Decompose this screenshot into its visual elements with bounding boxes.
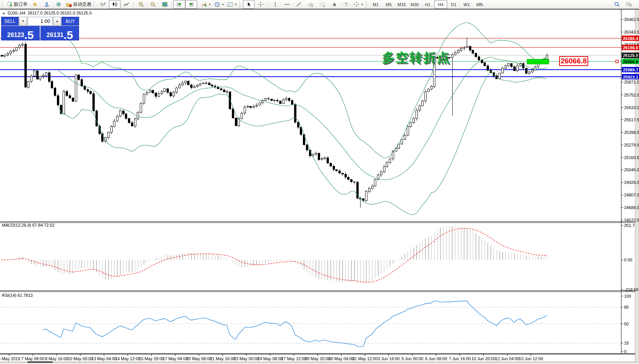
crosshair-button[interactable] — [255, 0, 267, 9]
add-indicator-button[interactable]: ▼ — [200, 0, 213, 9]
candle-body — [273, 100, 275, 101]
signals-button[interactable] — [53, 0, 65, 9]
macd-signal-line — [2, 229, 547, 282]
candle-body — [51, 82, 53, 88]
toolbar-grip — [239, 1, 241, 8]
chart-window[interactable]: 26462.526343.526224.526105.525986.525871… — [0, 10, 639, 363]
candle-body — [113, 121, 115, 127]
autotrading-button[interactable]: 自动交易 — [65, 0, 93, 9]
zoom-in-button[interactable] — [135, 0, 147, 9]
zoom-out-button[interactable] — [147, 0, 159, 9]
bar-chart-button[interactable] — [97, 0, 109, 9]
callout-anchor-square[interactable] — [616, 60, 618, 63]
templates-button[interactable]: ▼ — [226, 0, 239, 9]
price-chart[interactable]: 26462.526343.526224.526105.525986.525871… — [0, 10, 639, 363]
candle-body — [383, 166, 385, 172]
price-level-label: 26285.4 — [623, 36, 639, 41]
candle-body — [291, 101, 293, 105]
cursor-button[interactable] — [243, 0, 255, 9]
timeframe-button-W1[interactable]: W1 — [460, 0, 473, 9]
timeframe-button-M15[interactable]: M15 — [395, 0, 408, 9]
candle-body — [511, 64, 513, 66]
bar-chart-icon — [100, 2, 106, 7]
market-button[interactable] — [29, 0, 41, 9]
timeframe-button-MN[interactable]: MN — [473, 0, 486, 9]
periods-button[interactable]: ▼ — [213, 0, 226, 9]
new-order-icon — [7, 2, 13, 7]
toolbar-grip — [366, 1, 368, 8]
trendline-button[interactable] — [293, 0, 305, 9]
price-level-label: 26198.6 — [623, 45, 638, 50]
candle-body — [341, 173, 343, 174]
bottom-scrollbar-thumb[interactable] — [28, 361, 53, 363]
text-label-button[interactable]: T — [340, 0, 352, 9]
candle-body — [531, 70, 533, 72]
candle-body — [422, 101, 424, 106]
buy-price-tile[interactable]: 26131 .5 — [40, 26, 79, 40]
search-button[interactable] — [611, 0, 623, 9]
candle-body — [380, 172, 382, 175]
candle-body — [244, 107, 246, 113]
timeframe-button-M30[interactable]: M30 — [408, 0, 421, 9]
svg-text:E: E — [312, 5, 313, 7]
volume-down-button[interactable]: ▼ — [19, 17, 27, 26]
timeframe-button-H1[interactable]: H1 — [421, 0, 434, 9]
channel-button[interactable]: E — [305, 0, 317, 9]
bollinger-middle-band[interactable] — [58, 57, 547, 179]
sell-price-tile[interactable]: 26123 .5 — [1, 26, 40, 40]
chat-button[interactable] — [623, 0, 635, 9]
highlight-rectangle[interactable] — [527, 59, 549, 64]
vertical-line-button[interactable] — [269, 0, 281, 9]
candle-body — [368, 188, 370, 192]
volume-input[interactable] — [28, 17, 53, 26]
timeframe-button-D1[interactable]: D1 — [447, 0, 460, 9]
candle-body — [21, 44, 23, 45]
timeframe-button-M5[interactable]: M5 — [382, 0, 395, 9]
tile-windows-button[interactable] — [159, 0, 171, 9]
axis-tick-label: 5 Jun 00:00 — [401, 356, 424, 361]
chart-shift-button[interactable] — [185, 0, 197, 9]
zoom-out-icon — [150, 2, 156, 7]
candle-body — [193, 86, 195, 88]
horizontal-line-button[interactable] — [281, 0, 293, 9]
auto-scroll-button[interactable] — [173, 0, 185, 9]
axis-tick-label: 31 May 12:00 — [352, 356, 378, 361]
buy-button[interactable]: BUY — [61, 17, 79, 26]
text-tool-button[interactable]: A — [328, 0, 340, 9]
candle-body — [427, 89, 429, 92]
candle-body — [505, 66, 506, 68]
candle-body — [54, 88, 56, 96]
timeframe-button-M1[interactable]: M1 — [369, 0, 382, 9]
line-chart-button[interactable] — [121, 0, 133, 9]
rsi-axis[interactable]: 1008050150 — [621, 294, 631, 354]
candle-body — [116, 116, 118, 121]
volume-up-button[interactable]: ▲ — [53, 17, 61, 26]
new-order-button[interactable]: 新订单 — [5, 0, 29, 9]
candle-body — [478, 56, 480, 60]
chart-annotation-text[interactable]: 多空转折点 — [382, 49, 451, 66]
price-level-label: 26125.0 — [623, 53, 638, 58]
arrows-tool-icon — [354, 2, 359, 7]
candlestick-chart-button[interactable] — [109, 0, 121, 9]
profile-button[interactable] — [41, 0, 53, 9]
autotrading-label: 自动交易 — [73, 1, 91, 8]
fibonacci-button[interactable]: F — [317, 0, 328, 9]
candle-body — [265, 98, 267, 101]
candle-body — [4, 55, 6, 56]
candle-body — [226, 92, 228, 92]
candle-body — [143, 94, 145, 103]
sell-button[interactable]: SELL — [1, 17, 19, 26]
candle-body — [196, 85, 198, 86]
arrows-tool-button[interactable]: ▼ — [352, 0, 365, 9]
bollinger-lower-band[interactable] — [58, 71, 547, 215]
axis-tick-label: 21 May 16:00 — [210, 356, 236, 361]
candle-body — [282, 100, 284, 103]
timeframe-button-H4[interactable]: H4 — [434, 0, 447, 9]
price-callout-label[interactable]: 26066.8 — [559, 56, 588, 66]
symbol-info[interactable]: ▲ DJ30-,H4 26117.0 26125.0 26101.0 26125… — [2, 11, 92, 15]
time-axis[interactable]: 6 May 20197 May 08:008 May 16:0010 May 0… — [0, 354, 543, 361]
bollinger-upper-band[interactable] — [58, 23, 547, 158]
sell-price: 26123 — [7, 32, 24, 38]
bottom-scrollbar[interactable] — [0, 361, 639, 363]
collapse-triangle-icon[interactable]: ▲ — [2, 11, 5, 15]
